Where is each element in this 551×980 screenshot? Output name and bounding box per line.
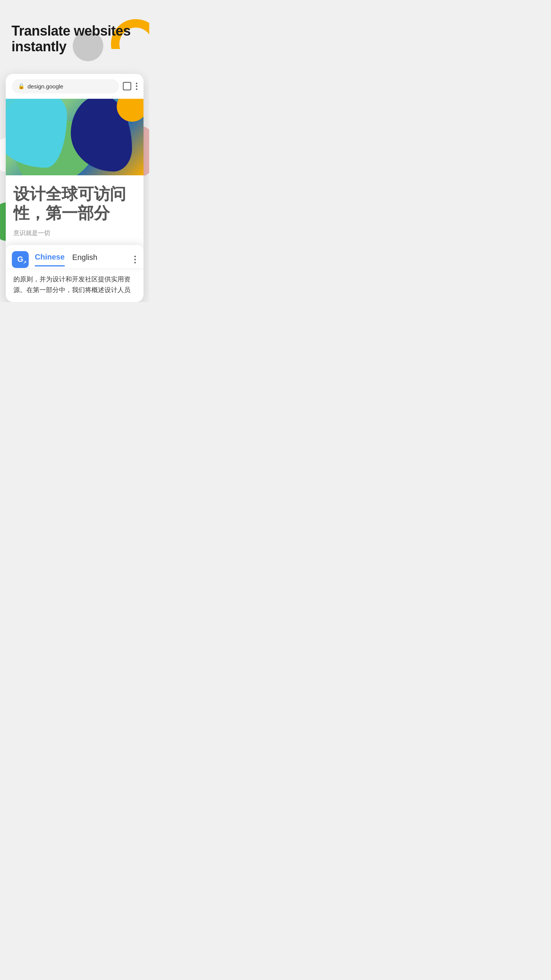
dot-3 (136, 88, 137, 90)
translation-bar-inner: G ↗ Chinese English (12, 251, 137, 268)
tdot-3 (134, 262, 136, 263)
website-hero-image (6, 99, 143, 175)
translation-more-button[interactable] (133, 254, 137, 265)
browser-mockup: 🔒 design.google 设计全球可访问性，第一部分 意识就是一切 (6, 74, 143, 302)
main-title: Translate websites instantly (11, 23, 138, 55)
dot-1 (136, 83, 137, 84)
address-input[interactable]: 🔒 design.google (12, 79, 119, 93)
page-wrapper: Translate websites instantly 🔒 design.go… (0, 0, 149, 302)
header-section: Translate websites instantly (0, 0, 149, 66)
translation-bar: G ↗ Chinese English (6, 245, 143, 268)
bottom-text: 的原则，并为设计和开发社区提供实用资 源。在第一部分中，我们将概述设计人员 (13, 274, 136, 296)
language-options: Chinese English (35, 253, 133, 266)
tdot-1 (134, 256, 136, 257)
browser-actions (123, 82, 137, 90)
tab-switcher-icon[interactable] (123, 82, 131, 90)
chinese-subtitle: 意识就是一切 (13, 229, 136, 237)
browser-content: 设计全球可访问性，第一部分 意识就是一切 (6, 175, 143, 245)
dot-2 (136, 85, 137, 87)
language-option-chinese[interactable]: Chinese (35, 253, 65, 266)
language-option-english[interactable]: English (72, 253, 98, 266)
bottom-text-line1: 的原则，并为设计和开发社区提供实用资 (13, 274, 136, 285)
cyan-blob (6, 99, 67, 168)
lock-icon: 🔒 (18, 83, 24, 89)
more-options-icon[interactable] (136, 83, 137, 90)
google-translate-icon: G ↗ (12, 251, 29, 268)
chinese-headline: 设计全球可访问性，第一部分 (13, 185, 136, 223)
bottom-text-line2: 源。在第一部分中，我们将概述设计人员 (13, 285, 136, 296)
address-text: design.google (28, 83, 63, 90)
tdot-2 (134, 259, 136, 260)
bottom-content: 的原则，并为设计和开发社区提供实用资 源。在第一部分中，我们将概述设计人员 (6, 268, 143, 302)
address-bar: 🔒 design.google (6, 74, 143, 99)
g-letter: G (17, 255, 23, 263)
